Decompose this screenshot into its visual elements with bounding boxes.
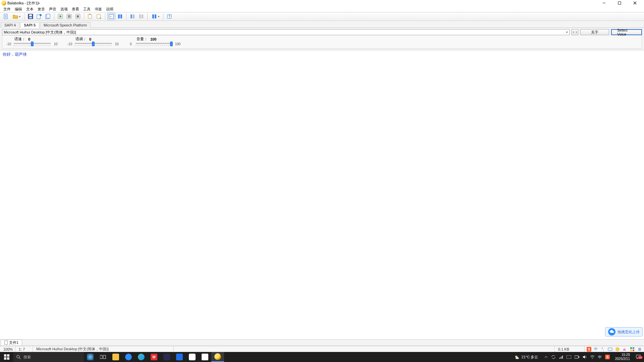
ime-punct-icon[interactable]: °,	[600, 347, 605, 352]
taskbar-clock[interactable]: 15:20 2025/2/11	[612, 353, 633, 361]
doc-tab-1[interactable]: 文件1	[1, 340, 22, 346]
menu-bookmark[interactable]: 书签	[93, 7, 104, 12]
taskbar-balabolka[interactable]	[211, 352, 224, 362]
menu-text[interactable]: 文本	[24, 7, 36, 12]
tab-sapi5[interactable]: SAPI 5	[20, 22, 39, 28]
dictionary-button[interactable]	[116, 13, 124, 20]
clipboard-watch-button[interactable]	[86, 13, 94, 20]
svg-rect-26	[152, 14, 154, 18]
text-editor[interactable]: 你好，葫芦侠	[0, 50, 644, 339]
voice-select[interactable]: Microsoft Huihui Desktop [中文(简体，中国)] ▾	[2, 29, 570, 35]
book-prev-button[interactable]	[128, 13, 137, 20]
svg-rect-48	[575, 356, 578, 358]
titlebar: Balabolka - [文件1]•	[0, 0, 644, 6]
taskbar-notepad[interactable]	[199, 352, 211, 362]
help-button[interactable]: ?	[165, 13, 173, 20]
menu-edit[interactable]: 编辑	[13, 7, 24, 12]
pitch-min: -10	[66, 42, 73, 46]
taskbar-explorer[interactable]	[109, 352, 122, 362]
wifi-icon[interactable]	[590, 355, 595, 359]
tab-sapi4[interactable]: SAPI 4	[1, 22, 19, 28]
save-button[interactable]	[26, 13, 35, 20]
taskbar-edge[interactable]	[135, 352, 148, 362]
taskbar-wps[interactable]: W	[148, 352, 160, 362]
volume-icon[interactable]	[583, 355, 587, 359]
open-file-button[interactable]: ▾	[11, 13, 22, 20]
svg-rect-8	[47, 14, 50, 18]
menu-help[interactable]: 说明	[104, 7, 115, 12]
taskbar-app-blue[interactable]	[122, 352, 135, 362]
sogou-tray-icon[interactable]: S	[605, 355, 610, 359]
ime-settings-icon[interactable]	[637, 347, 642, 352]
stop-button[interactable]	[74, 13, 82, 20]
minimize-button[interactable]	[596, 0, 612, 6]
chevron-down-icon: ▾	[566, 31, 568, 34]
volume-label: 音量：	[137, 37, 148, 42]
tray-keyboard-icon[interactable]	[567, 355, 571, 359]
window-title: Balabolka - [文件1]•	[7, 1, 40, 6]
start-button[interactable]	[0, 352, 13, 362]
svg-rect-11	[68, 15, 69, 18]
bookmark-dropdown-button[interactable]: ▾	[150, 13, 161, 20]
sync-icon[interactable]	[551, 355, 556, 359]
svg-rect-38	[633, 350, 634, 351]
save-audio-button[interactable]	[35, 13, 43, 20]
ime-apps-icon[interactable]	[630, 347, 635, 352]
menu-tools[interactable]: 工具	[81, 7, 93, 12]
new-file-button[interactable]	[2, 13, 10, 20]
ime-cloud-icon[interactable]	[623, 347, 627, 352]
menu-view[interactable]: 查看	[70, 7, 81, 12]
taskbar-app-dark[interactable]	[160, 352, 173, 362]
taskbar-app-blue2[interactable]	[173, 352, 186, 362]
taskbar-weather[interactable]: 21°C 多云	[511, 354, 542, 360]
book-next-button[interactable]	[137, 13, 145, 20]
battery-icon[interactable]	[575, 355, 579, 359]
ime-keyboard-icon[interactable]	[608, 347, 612, 352]
svg-rect-4	[29, 17, 32, 18]
voice-select-value: Microsoft Huihui Desktop [中文(简体，中国)]	[4, 30, 76, 35]
sogou-ime-icon[interactable]: S	[587, 347, 591, 352]
document-tabs: 文件1	[0, 339, 644, 346]
rate-slider-group: 语速： 0 -10 10	[5, 37, 59, 46]
menu-speak[interactable]: 发音	[36, 7, 47, 12]
taskbar-taskview[interactable]	[97, 352, 109, 362]
editor-content: 你好，葫芦侠	[3, 52, 27, 57]
save-all-audio-button[interactable]	[44, 13, 52, 20]
pitch-max: 10	[113, 42, 120, 46]
play-button[interactable]	[56, 13, 64, 20]
volume-slider[interactable]	[136, 42, 173, 46]
taskbar-search[interactable]: 搜索	[13, 352, 84, 362]
menu-file[interactable]: 文件	[1, 7, 13, 12]
api-tabs: SAPI 4 SAPI 5 Microsoft Speech Platform	[0, 21, 644, 28]
select-voice-button[interactable]: Select Voice	[611, 29, 642, 35]
svg-point-43	[17, 355, 19, 358]
search-icon	[16, 355, 21, 359]
ime-emoji-icon[interactable]	[615, 347, 620, 352]
svg-text:S: S	[606, 355, 608, 359]
clipboard-read-button[interactable]	[95, 13, 103, 20]
tray-ime-text[interactable]: 中	[598, 355, 602, 360]
rate-slider[interactable]	[14, 42, 51, 46]
svg-text:?: ?	[168, 15, 170, 18]
action-center-button[interactable]: 14	[633, 354, 644, 360]
about-voice-button[interactable]: 关于	[580, 29, 609, 35]
pitch-slider[interactable]	[75, 42, 112, 46]
panel-voice-button[interactable]	[107, 13, 115, 20]
pause-button[interactable]	[65, 13, 73, 20]
taskbar-cortana[interactable]	[84, 352, 97, 362]
menu-options[interactable]: 选项	[58, 7, 70, 12]
svg-rect-23	[133, 14, 135, 18]
tios-overflow-icon[interactable]	[544, 355, 548, 359]
upload-drop-float[interactable]: 拖拽至此上传	[605, 327, 643, 337]
voice-refresh-button[interactable]	[572, 29, 578, 35]
voice-panel: Microsoft Huihui Desktop [中文(简体，中国)] ▾ 关…	[0, 28, 644, 50]
maximize-button[interactable]	[612, 0, 627, 6]
svg-point-50	[592, 358, 593, 359]
svg-rect-14	[77, 15, 79, 17]
taskbar-baidu-cloud[interactable]	[186, 352, 199, 362]
close-button[interactable]	[627, 0, 643, 6]
menu-voice[interactable]: 声音	[47, 7, 58, 12]
network-icon[interactable]	[559, 355, 563, 359]
tab-msspeech[interactable]: Microsoft Speech Platform	[40, 22, 91, 28]
ime-lang-indicator[interactable]: 中	[594, 347, 598, 352]
